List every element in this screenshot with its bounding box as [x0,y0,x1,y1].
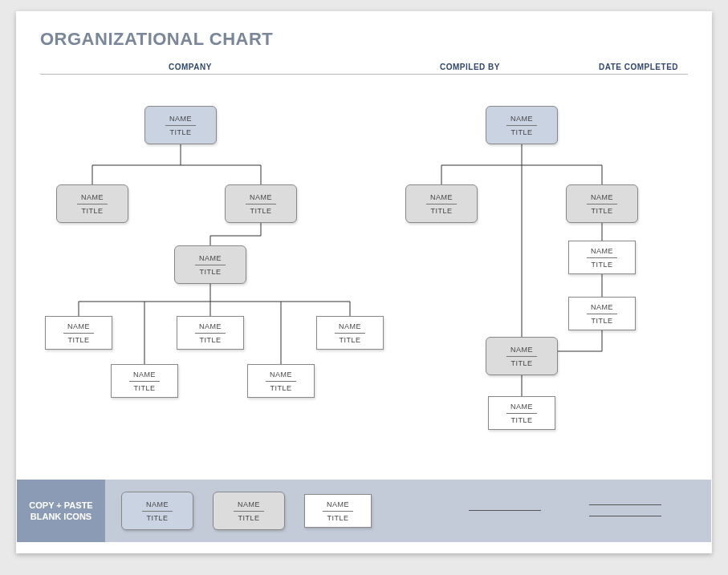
org-node[interactable]: NAMETITLE [45,316,112,350]
node-title: TITLE [270,384,291,392]
node-name: NAME [339,322,361,330]
node-name: NAME [270,371,292,379]
node-name: NAME [510,346,533,354]
org-node[interactable]: NAMETITLE [111,364,178,398]
org-node[interactable]: NAMETITLE [177,316,244,350]
node-name: NAME [327,500,349,508]
node-name: NAME [238,500,260,508]
footer-icons: NAME TITLE NAME TITLE NAME TITLE [105,480,711,542]
node-name: NAME [81,193,104,201]
node-title: TITLE [591,261,612,269]
org-node-root-left[interactable]: NAME TITLE [144,106,217,144]
node-name: NAME [169,115,192,123]
header-rule [40,74,688,75]
node-title: TITLE [510,416,532,424]
node-title: TITLE [199,336,221,344]
node-title: TITLE [250,207,271,215]
org-node-root-right[interactable]: NAME TITLE [486,106,558,144]
node-title: TITLE [339,336,360,344]
node-name: NAME [133,371,156,379]
node-name: NAME [510,403,533,411]
node-title: TITLE [169,128,191,136]
node-title: TITLE [430,207,452,215]
page: ORGANIZATIONAL CHART COMPANY COMPILED BY… [0,0,728,575]
header-compiled: COMPILED BY [440,63,500,71]
node-name: NAME [146,500,169,508]
template-node-gray[interactable]: NAME TITLE [213,492,285,530]
footer-label-b: BLANK ICONS [31,512,92,521]
node-title: TITLE [67,336,89,344]
template-line [589,504,661,506]
node-title: TITLE [199,268,221,276]
footer-panel: COPY + PASTE BLANK ICONS NAME TITLE NAME… [17,480,711,542]
org-node[interactable]: NAMETITLE [316,316,384,350]
node-title: TITLE [327,514,348,522]
template-node-plain[interactable]: NAME TITLE [304,494,372,528]
node-title: TITLE [510,359,532,367]
template-line [589,516,661,517]
footer-label-a: COPY + PASTE [29,500,92,510]
node-title: TITLE [146,514,168,522]
sheet: ORGANIZATIONAL CHART COMPANY COMPILED BY… [16,11,712,553]
template-node-blue[interactable]: NAME TITLE [121,492,193,530]
org-node[interactable]: NAME TITLE [174,245,246,284]
node-name: NAME [591,193,613,201]
org-node[interactable]: NAMETITLE [247,364,315,398]
node-title: TITLE [133,384,155,392]
node-title: TITLE [591,317,612,325]
org-node[interactable]: NAME TITLE [405,184,478,223]
header-date: DATE COMPLETED [599,63,678,71]
org-node[interactable]: NAMETITLE [568,297,636,330]
node-name: NAME [199,254,222,262]
header-company: COMPANY [169,63,212,71]
node-name: NAME [430,193,453,201]
org-node[interactable]: NAMETITLE [568,241,636,274]
node-title: TITLE [591,207,612,215]
node-title: TITLE [238,514,259,522]
org-node[interactable]: NAME TITLE [225,184,297,223]
node-name: NAME [250,193,272,201]
node-name: NAME [510,115,533,123]
node-name: NAME [591,247,613,255]
node-title: TITLE [81,207,103,215]
node-name: NAME [67,322,90,330]
org-node[interactable]: NAME TITLE [56,184,128,223]
org-node[interactable]: NAMETITLE [488,396,555,430]
node-name: NAME [591,303,613,311]
org-node[interactable]: NAME TITLE [486,337,558,375]
template-line-pair[interactable] [575,504,676,517]
node-title: TITLE [510,128,532,136]
org-node[interactable]: NAME TITLE [566,184,638,223]
footer-label: COPY + PASTE BLANK ICONS [17,500,105,522]
template-line[interactable] [469,510,541,512]
node-name: NAME [199,322,222,330]
page-title: ORGANIZATIONAL CHART [40,29,273,50]
